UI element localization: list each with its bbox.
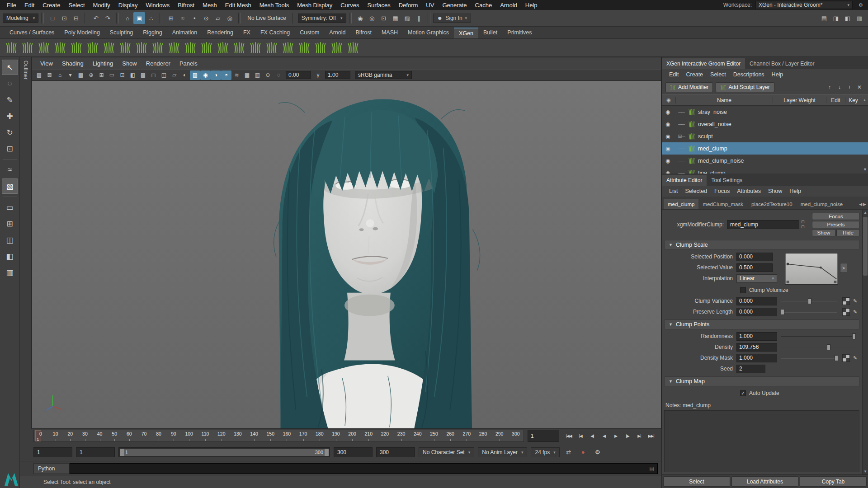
gate-mask-icon[interactable]: ◧ xyxy=(127,70,138,80)
comb-tool-icon[interactable] xyxy=(85,40,100,56)
editor-tab[interactable]: Tool Settings xyxy=(707,175,747,186)
paint-map-icon[interactable]: ✎ xyxy=(851,297,859,305)
shelf-tab[interactable]: Rendering xyxy=(202,28,238,38)
snap-projected-center-icon[interactable]: ⊙ xyxy=(200,12,212,24)
scroll-down-icon[interactable]: ▼ xyxy=(863,167,867,172)
shelf-tab[interactable]: Bullet xyxy=(478,28,502,38)
ae-footer-button[interactable]: Select xyxy=(663,476,730,487)
slider-handle[interactable] xyxy=(827,344,830,350)
place-tool-icon[interactable] xyxy=(150,40,165,56)
new-scene-icon[interactable]: □ xyxy=(47,12,58,24)
play-backwards-button[interactable]: ◀ xyxy=(598,431,610,441)
node-tab[interactable]: med_clump_noise xyxy=(797,199,847,209)
panel-menu-item[interactable]: Shading xyxy=(57,59,88,68)
visibility-toggle[interactable]: ◉ xyxy=(665,109,675,115)
screen-space-ao-icon[interactable]: ◓ xyxy=(221,70,231,80)
paint-map-icon[interactable]: ✎ xyxy=(851,308,859,316)
shelf-tab[interactable]: Motion Graphics xyxy=(403,28,454,38)
anim-layer-selector[interactable]: No Anim Layer ▾ xyxy=(478,447,527,457)
trim-tool-icon[interactable] xyxy=(134,40,149,56)
select-hierarchy-icon[interactable]: ⌂ xyxy=(122,12,133,24)
selected-value-field[interactable]: 0.500 xyxy=(736,263,773,272)
ramp-expand-button[interactable]: > xyxy=(840,263,847,273)
redo-icon[interactable]: ↷ xyxy=(102,12,113,24)
go-to-start-button[interactable]: |◀◀ xyxy=(563,431,575,441)
groom-menu-item[interactable]: Select xyxy=(707,70,730,79)
animation-start-field[interactable]: 1 xyxy=(33,447,72,457)
fps-selector[interactable]: 24 fps ▾ xyxy=(531,447,559,457)
cache-groom-icon[interactable] xyxy=(345,40,361,56)
menu-item[interactable]: Edit xyxy=(20,1,38,9)
clump-scale-ramp-widget[interactable] xyxy=(785,253,838,285)
ae-menu-item[interactable]: Selected xyxy=(681,187,711,195)
wireframe-icon[interactable]: ▱ xyxy=(169,70,179,80)
go-to-end-button[interactable]: ▶▶| xyxy=(645,431,657,441)
clump-points-section-header[interactable]: ▼ Clump Points xyxy=(664,319,859,329)
slider-handle[interactable] xyxy=(781,309,784,315)
panel-menu-item[interactable]: Show xyxy=(118,59,142,68)
scrollbar-thumb[interactable] xyxy=(863,217,868,276)
scroll-down-icon[interactable]: ▼ xyxy=(863,469,868,474)
density-brush-icon[interactable] xyxy=(264,40,279,56)
focus-button[interactable]: Focus xyxy=(812,213,860,220)
panel-menu-item[interactable]: Panels xyxy=(175,59,202,68)
editor-tab[interactable]: Attribute Editor xyxy=(662,175,707,186)
step-back-key-button[interactable]: ◀| xyxy=(586,431,598,441)
shelf-tab[interactable]: Curves / Surfaces xyxy=(5,28,59,38)
clump-volumize-checkbox[interactable]: ✓ xyxy=(740,287,746,293)
shelf-tab[interactable]: Poly Modeling xyxy=(59,28,105,38)
gamma-icon[interactable]: γ xyxy=(313,70,323,80)
move-layer-down-icon[interactable]: ↓ xyxy=(835,82,844,92)
animation-end-field[interactable]: 300 xyxy=(376,447,415,457)
grid-icon[interactable]: ⊞ xyxy=(96,70,107,80)
attribute-editor-toggle-icon[interactable]: ◨ xyxy=(830,12,842,24)
node-tab[interactable]: med_clump xyxy=(664,199,698,209)
add-sculpt-layer-button[interactable]: Add Sculpt Layer xyxy=(716,82,774,92)
symmetry-selector[interactable]: Symmetry: Off ▾ xyxy=(298,14,346,23)
menu-item[interactable]: Mesh xyxy=(198,1,221,9)
panel-menu-item[interactable]: Lighting xyxy=(88,59,118,68)
scale-tool[interactable]: ⊡ xyxy=(2,141,18,156)
workspace-selector[interactable]: XGen - Interactive Groom* ▾ xyxy=(755,1,853,9)
menu-item[interactable]: Deform xyxy=(395,1,422,9)
slider-handle[interactable] xyxy=(835,355,838,361)
menu-set-selector[interactable]: Modeling ▾ xyxy=(3,14,38,23)
step-back-frame-button[interactable]: |◀ xyxy=(575,431,586,441)
current-frame-field[interactable]: 1 xyxy=(528,430,559,442)
tab-scroll-right-icon[interactable]: ▶ xyxy=(863,202,866,206)
select-camera-icon[interactable]: ▤ xyxy=(34,70,44,80)
convert-to-curves-icon[interactable] xyxy=(329,40,344,56)
preserve-length-slider[interactable] xyxy=(781,308,837,316)
lasso-select-tool[interactable]: ◌ xyxy=(2,76,18,91)
shelf-tab[interactable]: Rigging xyxy=(138,28,167,38)
collapsed-outliner-panel[interactable]: Outliner xyxy=(20,57,32,429)
channel-box-toggle-icon[interactable]: ▥ xyxy=(854,12,865,24)
preserve-length-field[interactable]: 0.000 xyxy=(736,308,777,316)
layout-single-pane[interactable]: ▭ xyxy=(2,200,18,215)
menu-item[interactable]: Arnold xyxy=(496,1,521,9)
move-layer-up-icon[interactable]: ↑ xyxy=(825,82,835,92)
timeline-ruler[interactable]: 1 01020304050607080901001101201301401501… xyxy=(33,430,524,442)
breakout-icon[interactable]: ⊟ xyxy=(801,225,805,229)
camera-attributes-icon[interactable]: ⌂ xyxy=(55,70,65,80)
groom-menu-item[interactable]: Edit xyxy=(665,70,683,79)
layout-persp-outliner[interactable]: ◧ xyxy=(2,249,18,264)
menu-item[interactable]: Create xyxy=(38,1,64,9)
auto-keyframe-icon[interactable]: ● xyxy=(578,447,589,457)
menu-item[interactable]: Select xyxy=(64,1,89,9)
scroll-up-icon[interactable]: ▲ xyxy=(863,211,868,215)
clump-scale-section-header[interactable]: ▼ Clump Scale xyxy=(664,240,859,250)
noise-tool-icon[interactable] xyxy=(199,40,214,56)
multisample-icon[interactable]: ▦ xyxy=(242,70,252,80)
animation-preferences-icon[interactable]: ⚙ xyxy=(592,447,603,457)
bookmarks-icon[interactable]: ▾ xyxy=(65,70,75,80)
interpolation-selector[interactable]: Linear ▾ xyxy=(736,274,777,283)
snap-grid-icon[interactable]: ⊞ xyxy=(165,12,177,24)
shadows-icon[interactable]: ◑ xyxy=(211,70,221,80)
texture-map-icon[interactable] xyxy=(842,354,850,362)
select-object-icon[interactable]: ▣ xyxy=(133,12,145,24)
auto-update-checkbox[interactable]: ✓ xyxy=(740,390,746,396)
clump-modifier-icon[interactable] xyxy=(297,40,312,56)
playback-end-field[interactable]: 300 xyxy=(334,447,373,457)
resolution-gate-icon[interactable]: ⊡ xyxy=(117,70,127,80)
